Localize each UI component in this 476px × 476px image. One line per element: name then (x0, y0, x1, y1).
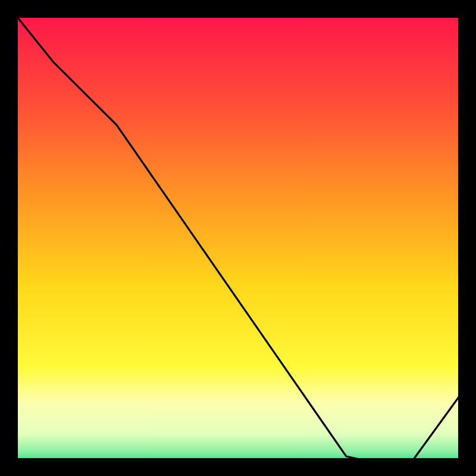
chart-svg (0, 0, 476, 476)
chart-stage: TheBottleneck.com (0, 0, 476, 476)
plot-background (18, 18, 468, 465)
